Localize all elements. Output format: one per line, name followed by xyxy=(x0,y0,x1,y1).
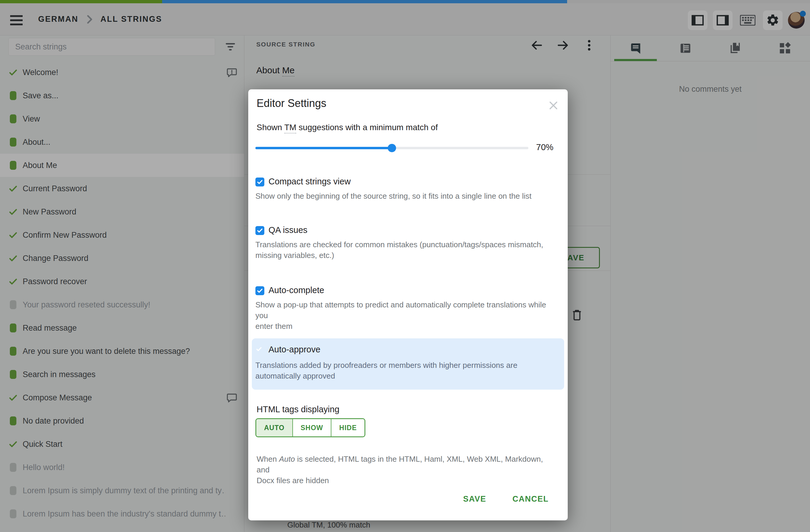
checkbox-checked[interactable] xyxy=(255,178,264,186)
html-tags-label: HTML tags displaying xyxy=(257,404,339,414)
setting-auto-approve: Auto-approveTranslations added by proofr… xyxy=(252,338,564,389)
html-tags-segmented-control: AUTOSHOWHIDE xyxy=(255,418,366,437)
html-tags-option-auto[interactable]: AUTO xyxy=(256,419,292,436)
slider-value: 70% xyxy=(536,143,553,152)
cancel-button[interactable]: CANCEL xyxy=(513,495,549,504)
modal-footer: SAVE CANCEL xyxy=(463,495,549,504)
setting-label[interactable]: Compact strings view xyxy=(269,177,351,186)
setting-label[interactable]: Auto-complete xyxy=(269,285,324,295)
modal-title: Editor Settings xyxy=(257,97,326,110)
checkbox-checked[interactable] xyxy=(255,286,264,295)
tm-threshold-slider[interactable] xyxy=(255,144,529,152)
close-icon[interactable] xyxy=(547,99,560,112)
setting-description: Translations are checked for common mist… xyxy=(255,239,558,261)
save-button[interactable]: SAVE xyxy=(463,495,486,504)
slider-thumb[interactable] xyxy=(388,144,396,152)
html-tags-option-show[interactable]: SHOW xyxy=(292,419,331,436)
setting-label[interactable]: QA issues xyxy=(269,225,308,235)
checkbox-checked[interactable] xyxy=(255,346,262,354)
editor-app: GERMAN ALL STRINGS xyxy=(0,0,810,532)
setting-description: Show a pop-up that attempts to predict a… xyxy=(255,299,558,332)
tm-threshold-label: Shown TM suggestions with a minimum matc… xyxy=(257,123,438,132)
checkbox-checked[interactable] xyxy=(255,226,264,235)
setting-description: Translations added by proofreaders or me… xyxy=(255,360,553,381)
tm-abbr: TM xyxy=(284,123,296,133)
html-tags-option-hide[interactable]: HIDE xyxy=(331,419,364,436)
editor-settings-modal: Editor Settings Shown TM suggestions wit… xyxy=(248,89,568,520)
slider-fill xyxy=(255,147,392,149)
html-tags-description: When Auto is selected, HTML tags in the … xyxy=(257,443,557,486)
setting-description: Show only the beginning of the source st… xyxy=(255,190,558,201)
setting-label[interactable]: Auto-approve xyxy=(269,345,320,354)
